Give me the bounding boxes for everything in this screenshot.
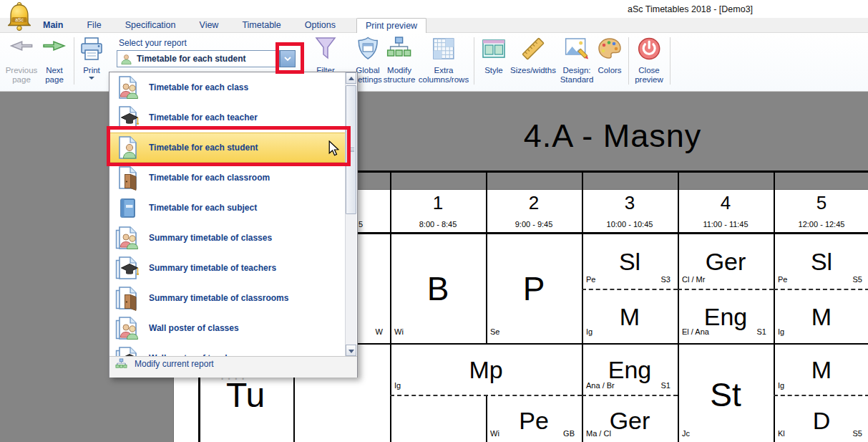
print-label: Print <box>78 66 105 75</box>
dropdown-item-7[interactable]: Summary timetable of teachers <box>109 253 346 283</box>
extra-columns-rows-label: columns/rows <box>419 75 469 85</box>
wall-teachers-icon <box>114 345 140 356</box>
print-button[interactable]: Print <box>78 36 105 80</box>
modify-current-report-label: Modify current report <box>135 359 214 369</box>
wall-classes-icon <box>114 315 140 341</box>
classroom-report-icon <box>114 165 140 191</box>
tab-print-preview[interactable]: Print preview <box>356 18 426 33</box>
dropdown-scrollbar[interactable] <box>345 72 356 356</box>
colors-label: Colors <box>596 66 623 75</box>
menu-tab-file[interactable]: File <box>82 20 105 30</box>
menu-tab-specification[interactable]: Specification <box>121 20 180 30</box>
next-page-button[interactable]: Nextpage <box>41 36 68 85</box>
svg-text:aSc: aSc <box>15 17 24 22</box>
palette-icon <box>596 36 623 64</box>
modify-structure-label: structure <box>384 75 416 85</box>
toolbar-separator <box>628 37 629 85</box>
design-pencil-icon <box>563 36 590 64</box>
sizes-widths-button[interactable]: Sizes/widths <box>510 36 556 75</box>
dropdown-item-5[interactable]: Timetable for each subject <box>109 193 346 223</box>
filter-button[interactable]: Filter <box>312 36 339 75</box>
printer-icon <box>78 36 105 64</box>
prev-arrow-icon <box>8 36 35 64</box>
menu-tab-view[interactable]: View <box>195 20 223 30</box>
dropdown-item-label: Wall poster of classes <box>149 323 239 333</box>
dropdown-item-10[interactable]: Wall poster of teachers <box>109 343 346 356</box>
shield-settings-icon <box>354 36 381 64</box>
close-preview-label: Close <box>635 66 663 75</box>
select-report-label: Select your report <box>119 38 187 48</box>
summary-teachers-icon <box>114 255 140 281</box>
design-standard-label: Design: <box>560 66 594 75</box>
arrow-up-icon <box>348 77 354 80</box>
subject-report-icon <box>114 195 140 221</box>
modify-structure-label: Modify <box>384 66 416 75</box>
menu-bar: MainFileSpecificationViewTimetableOption… <box>0 18 868 33</box>
modify-report-icon <box>115 358 127 370</box>
org-chart-icon <box>386 36 413 64</box>
style-button[interactable]: Style <box>480 36 507 75</box>
dropdown-item-label: Timetable for each teacher <box>149 112 258 122</box>
close-preview-button[interactable]: Closepreview <box>635 36 663 85</box>
close-preview-label: preview <box>635 75 663 85</box>
sizes-widths-label: Sizes/widths <box>510 66 556 75</box>
dropdown-item-label: Summary timetable of classes <box>149 233 272 243</box>
class-report-icon <box>114 75 140 100</box>
style-panels-icon <box>480 36 507 64</box>
extra-columns-rows-button[interactable]: Extracolumns/rows <box>419 36 469 85</box>
window-title: aSc Timetables 2018 - [Demo3] <box>628 4 753 14</box>
report-combobox[interactable]: Timetable for each student <box>117 50 280 67</box>
report-combobox-value: Timetable for each student <box>137 54 245 64</box>
next-arrow-icon <box>41 36 68 64</box>
ruler-icon <box>520 36 547 64</box>
dropdown-item-label: Timetable for each class <box>149 82 248 92</box>
menu-tab-options[interactable]: Options <box>301 20 340 30</box>
modify-structure-button[interactable]: Modifystructure <box>384 36 416 85</box>
next-page-label: page <box>41 75 68 85</box>
previous-page-label: page <box>6 75 38 85</box>
annotation-box-dropdown-button <box>275 42 304 74</box>
previous-page-button: Previouspage <box>6 36 38 85</box>
dropdown-item-6[interactable]: Summary timetable of classes <box>109 223 346 253</box>
dropdown-item-label: Timetable for each subject <box>149 203 257 213</box>
toolbar-separator <box>474 37 474 85</box>
design-standard-button[interactable]: Design:Standard <box>560 36 594 85</box>
next-page-label: Next <box>41 66 68 75</box>
scroll-up-button[interactable] <box>346 72 356 84</box>
arrow-down-icon <box>348 350 354 353</box>
dropdown-item-9[interactable]: Wall poster of classes <box>109 313 346 343</box>
summary-classes-icon <box>114 225 140 251</box>
grid-icon <box>430 36 457 64</box>
global-settings-label: settings <box>353 75 382 85</box>
design-standard-label: Standard <box>560 75 594 85</box>
toolbar-separator <box>670 37 670 85</box>
extra-columns-rows-label: Extra <box>419 66 469 75</box>
scroll-down-button[interactable] <box>346 345 356 356</box>
modify-current-report[interactable]: Modify current report <box>109 356 357 371</box>
dropdown-item-label: Timetable for each classroom <box>149 173 270 183</box>
menu-tab-main[interactable]: Main <box>39 20 67 30</box>
style-label: Style <box>480 66 507 75</box>
dropdown-item-8[interactable]: Summary timetable of classrooms <box>109 283 346 313</box>
toolbar-separator <box>74 37 74 85</box>
dropdown-item-1[interactable]: Timetable for each class <box>109 72 346 102</box>
asc-bell-logo[interactable]: aSc <box>3 1 36 34</box>
dropdown-item-label: Summary timetable of teachers <box>149 263 276 273</box>
menu-tab-timetable[interactable]: Timetable <box>238 20 285 30</box>
previous-page-label: Previous <box>6 66 38 75</box>
funnel-icon <box>312 36 339 64</box>
dropdown-item-4[interactable]: Timetable for each classroom <box>109 163 346 193</box>
summary-classrooms-icon <box>114 285 140 311</box>
colors-button[interactable]: Colors <box>596 36 623 75</box>
title-bar: aSc Timetables 2018 - [Demo3] <box>0 0 868 18</box>
dropdown-item-label: Summary timetable of classrooms <box>149 293 288 303</box>
app-window: aSc Timetables 2018 - [Demo3] aSc MainFi… <box>0 0 868 442</box>
student-icon <box>120 53 132 65</box>
annotation-box-selected-item <box>107 126 351 166</box>
mouse-cursor-icon <box>328 140 339 159</box>
global-settings-label: Global <box>353 66 382 75</box>
report-dropdown-panel: Timetable for each classTimetable for ea… <box>109 72 358 378</box>
dropdown-resize-grip[interactable]: • • • • <box>109 371 357 378</box>
global-settings-button[interactable]: Globalsettings <box>353 36 382 85</box>
power-icon <box>635 36 663 64</box>
